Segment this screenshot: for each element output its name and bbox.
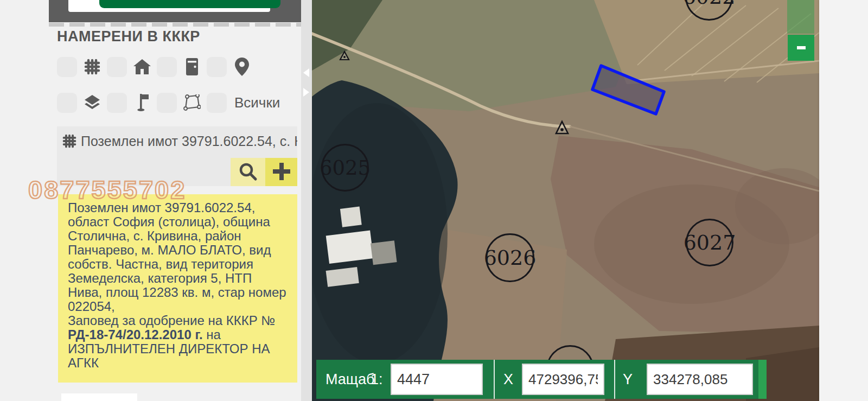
cadastral-label-6025: 6025 (321, 144, 369, 192)
grid-icon (62, 134, 76, 150)
scale-label: Мащаб (326, 371, 375, 388)
parcel-info-text: Поземлен имот 39791.6022.54, област Софи… (68, 200, 286, 314)
top-green-button[interactable] (99, 0, 280, 8)
cadastral-label-6026: 6026 (486, 233, 534, 282)
search-result-label: Поземлен имот 39791.6022.54, с. К (81, 133, 297, 149)
y-coordinate-input[interactable] (647, 364, 753, 395)
y-coordinate-label: Y (623, 371, 633, 388)
statusbar-divider (494, 360, 495, 399)
minus-icon (797, 46, 806, 49)
sidebar-splitter (301, 0, 312, 401)
found-heading: НАМЕРЕНИ В КККР (57, 28, 200, 45)
bottom-panel (61, 393, 137, 401)
cadastral-number: 6026 (484, 246, 537, 270)
house-icon (127, 56, 157, 78)
magnifier-icon (238, 162, 258, 183)
top-band (49, 0, 301, 22)
scale-input[interactable] (391, 364, 483, 395)
x-coordinate-label: X (503, 371, 513, 388)
all-filters-label: Всички (234, 94, 280, 111)
checkbox-grid[interactable] (57, 57, 77, 77)
search-button[interactable] (231, 158, 265, 186)
expand-right-arrow-icon[interactable] (303, 88, 309, 97)
filter-row-2: Всички (57, 92, 280, 113)
order-text-prefix: Заповед за одобрение на КККР № (68, 313, 275, 328)
layers-icon (77, 92, 107, 113)
cadastral-label-6027: 6027 (686, 219, 733, 266)
plus-icon (272, 162, 291, 183)
grid-icon (77, 56, 107, 78)
door-icon (177, 56, 207, 78)
dashed-separator (49, 23, 301, 27)
satellite-imagery (312, 0, 819, 401)
sidebar: НАМЕРЕНИ В КККР (0, 0, 301, 401)
checkbox-polygon[interactable] (157, 93, 177, 113)
zoom-in-button[interactable] (787, 0, 814, 34)
order-number: РД-18-74/20.12.2010 г. (68, 327, 203, 342)
add-button[interactable] (265, 158, 297, 186)
map-statusbar: Мащаб 1: X Y (316, 360, 767, 399)
cadastral-number: 6022 (683, 0, 736, 9)
checkbox-all[interactable] (207, 93, 227, 113)
checkbox-flag[interactable] (107, 93, 127, 113)
checkbox-door[interactable] (157, 57, 177, 77)
map-canvas[interactable]: 6022 6025 6026 6027 Мащаб 1: X Y (312, 0, 819, 401)
top-notch (68, 0, 270, 12)
flag-icon (127, 92, 157, 113)
zoom-out-button[interactable] (788, 35, 814, 61)
parcel-info-box: Поземлен имот 39791.6022.54, област Софи… (58, 194, 297, 383)
pin-icon (227, 56, 257, 78)
checkbox-layers[interactable] (57, 93, 77, 113)
filter-row-1 (57, 56, 257, 77)
polygon-icon (177, 92, 207, 113)
checkbox-pin[interactable] (207, 57, 227, 77)
collapse-left-arrow-icon[interactable] (303, 68, 309, 77)
cadastral-number: 6025 (320, 156, 371, 180)
right-gutter (819, 0, 868, 401)
statusbar-cap (758, 360, 767, 399)
cadastral-number: 6027 (684, 231, 736, 254)
scale-ratio-label: 1: (371, 371, 383, 388)
statusbar-divider (614, 360, 615, 399)
x-coordinate-input[interactable] (522, 364, 604, 395)
checkbox-house[interactable] (107, 57, 127, 77)
